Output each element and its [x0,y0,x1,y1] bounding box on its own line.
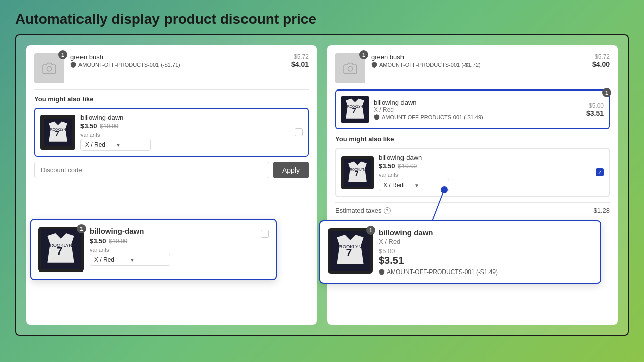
jersey-icon-popup-right: 7 BROOKLYN [330,231,370,271]
variant-select-left[interactable]: X / Red ▼ [80,139,151,151]
popup-variant-select-left[interactable]: X / Red ▼ [90,254,170,266]
main-container: 1 green bush AMOUNT-OFF-PRODUCTS-001 (-$… [15,34,629,336]
item-prices-right: $5.72 $4.00 [592,53,610,68]
product-price-new-left: $3.50 [80,122,97,130]
product-info-left: billowing-dawn $3.50 $10.00 variants X /… [80,114,290,151]
item-name-left: green bush [70,53,285,61]
item-details-right: green bush AMOUNT-OFF-PRODUCTS-001 (-$1.… [371,53,586,68]
inner-product-card-right: 1 7 BROOKLYN billowing dawn X / Red AMOU… [335,89,610,129]
popup-badge-right: 1 [366,226,375,235]
popup-badge-left: 1 [77,224,86,233]
inner-price-original-right: $5.00 [586,102,604,109]
product-card-right: 7 BROOKLYN billowing-dawn $3.50 $10.00 v… [335,148,610,197]
svg-text:BROOKLYN: BROOKLYN [336,244,362,249]
inner-product-img-right: 1 7 BROOKLYN [341,96,369,123]
variant-select-right[interactable]: X / Red ▼ [379,179,449,191]
left-panel: 1 green bush AMOUNT-OFF-PRODUCTS-001 (-$… [26,45,317,325]
item-prices-left: $5.72 $4.01 [291,53,309,68]
badge-left: 1 [58,50,67,59]
discount-input-left[interactable] [34,162,269,178]
popup-info-left: billowing-dawn $3.50 $10.00 variants X /… [90,227,255,266]
item-image-right: 1 [335,53,365,83]
popup-variant-right: X / Red [379,238,593,245]
inner-product-name-right: billowing dawn [374,99,581,106]
price-discounted-left: $4.01 [291,60,309,68]
inner-product-variant-right: X / Red [374,106,581,113]
inner-product-discount-right: AMOUNT-OFF-PRODUCTS-001 (-$1.49) [374,114,581,120]
svg-text:BROOKLYN: BROOKLYN [47,243,72,248]
camera-icon-right [343,61,357,75]
inner-price-discounted-right: $3.51 [586,109,604,117]
section-title-left: You might also like [34,95,309,103]
popup-img-right: 1 7 BROOKLYN [328,228,373,274]
question-icon: ? [384,207,391,214]
svg-point-6 [348,67,352,71]
left-popup-card: 1 7 BROOKLYN billowing-dawn $3.50 $10.00… [30,219,277,280]
variants-label-left: variants [80,132,290,138]
item-discount-left: AMOUNT-OFF-PRODUCTS-001 (-$1.71) [70,62,285,68]
price-discounted-right: $4.00 [592,60,610,68]
svg-text:BROOKLYN: BROOKLYN [348,167,365,171]
product-price-new-right: $3.50 [379,162,395,170]
popup-img-left: 1 7 BROOKLYN [38,227,84,272]
product-name-left: billowing-dawn [80,114,290,121]
popup-price-original-right: $5.00 [379,247,395,255]
price-original-left: $5.72 [291,53,309,60]
jersey-icon-left: 7 BROOKLYN [44,119,72,146]
svg-text:BROOKLYN: BROOKLYN [48,127,66,131]
product-price-old-left: $10.00 [100,123,119,130]
product-name-right: billowing-dawn [379,154,591,161]
svg-text:BROOKLYN: BROOKLYN [345,105,363,108]
popup-discount-row-right: AMOUNT-OFF-PRODUCTS-001 (-$1.49) [379,268,593,276]
inner-product-info-right: billowing dawn X / Red AMOUNT-OFF-PRODUC… [374,99,581,120]
badge-right: 1 [359,50,368,59]
item-details-left: green bush AMOUNT-OFF-PRODUCTS-001 (-$1.… [70,53,285,68]
pointer-dot-right [441,186,448,193]
checkbox-left[interactable] [295,128,303,136]
popup-checkbox-left[interactable] [261,230,269,238]
product-info-right: billowing-dawn $3.50 $10.00 variants X /… [379,154,591,191]
cart-item-left: 1 green bush AMOUNT-OFF-PRODUCTS-001 (-$… [34,53,309,83]
product-price-old-right: $10.00 [398,163,417,170]
jersey-icon-popup-left: 7 BROOKLYN [41,229,81,269]
page-title: Automatically display product discount p… [0,0,644,34]
item-name-right: green bush [371,53,586,61]
product-card-img-left: 7 BROOKLYN [40,115,75,150]
jersey-icon-right: 7 BROOKLYN [344,159,371,187]
chevron-down-icon-popup-left: ▼ [130,257,166,263]
variants-label-right: variants [379,172,591,178]
product-card-img-right: 7 BROOKLYN [341,156,374,189]
svg-point-0 [47,67,51,71]
popup-info-right: billowing dawn X / Red $5.00 $3.51 AMOUN… [379,228,593,276]
cart-item-right: 1 green bush AMOUNT-OFF-PRODUCTS-001 (-$… [335,53,610,83]
item-image-left: 1 [34,53,64,83]
popup-price-discounted-right: $3.51 [379,255,593,266]
discount-row-left: Apply [34,162,309,178]
camera-icon [42,61,56,75]
right-popup-card: 1 7 BROOKLYN billowing dawn X / Red $5.0… [319,220,601,284]
estimated-taxes-right: Estimated taxes ? $1.28 [335,202,610,214]
inner-product-prices-right: $5.00 $3.51 [586,102,604,117]
popup-name-right: billowing dawn [379,228,593,237]
popup-price-old-left: $10.00 [109,238,128,245]
product-card-left: 7 BROOKLYN billowing-dawn $3.50 $10.00 v… [34,108,309,157]
tax-value: $1.28 [593,207,610,214]
item-discount-right: AMOUNT-OFF-PRODUCTS-001 (-$1.72) [371,62,586,68]
popup-price-new-left: $3.50 [90,237,106,245]
checkbox-right[interactable] [596,168,604,176]
section-title-right: You might also like [335,135,610,143]
chevron-down-icon-right: ▼ [414,183,445,188]
shield-icon-inner-right [374,114,380,120]
shield-icon-left [70,62,76,68]
chevron-down-icon-left: ▼ [116,142,146,148]
jersey-icon-inner-right: 7 BROOKLYN [341,96,369,123]
apply-button-left[interactable]: Apply [273,162,309,178]
shield-icon-right [371,62,377,68]
divider-left [34,89,309,90]
popup-variants-label-left: variants [90,247,255,253]
popup-name-left: billowing-dawn [90,227,255,235]
shield-icon-popup-right [379,269,385,275]
price-original-right: $5.72 [592,53,610,60]
